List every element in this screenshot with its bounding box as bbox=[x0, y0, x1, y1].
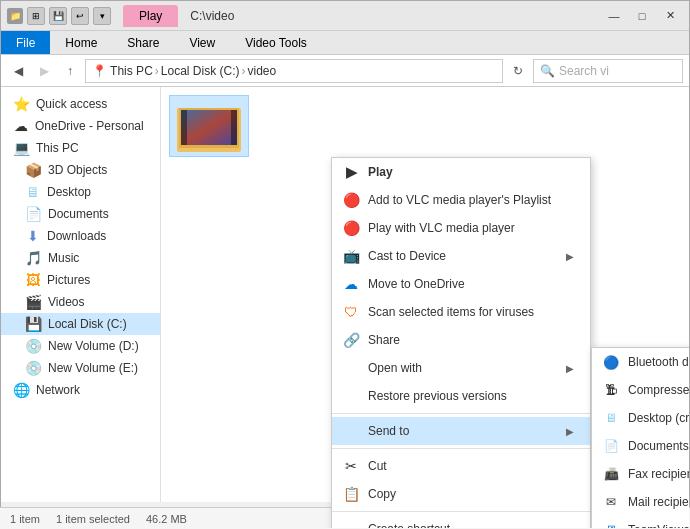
local-disk-label: Local Disk (C:) bbox=[48, 317, 127, 331]
cm-play-with-vlc[interactable]: 🔴 Play with VLC media player bbox=[332, 214, 590, 242]
window-controls: — □ ✕ bbox=[601, 6, 683, 26]
path-disk: Local Disk (C:) bbox=[161, 64, 240, 78]
cm-copy[interactable]: 📋 Copy bbox=[332, 480, 590, 508]
cm-play-vlc-label: Play with VLC media player bbox=[368, 221, 515, 235]
undo-btn[interactable]: ↩ bbox=[71, 7, 89, 25]
sm-bluetooth-icon: 🔵 bbox=[602, 353, 620, 371]
cm-create-shortcut[interactable]: Create shortcut bbox=[332, 515, 590, 529]
sm-desktop-shortcut[interactable]: 🖥 Desktop (create shortcut) bbox=[592, 404, 690, 432]
cm-onedrive-icon: ☁ bbox=[342, 275, 360, 293]
sm-fax[interactable]: 📠 Fax recipient bbox=[592, 460, 690, 488]
quick-access-btn[interactable]: ⊞ bbox=[27, 7, 45, 25]
sm-zip-icon: 🗜 bbox=[602, 381, 620, 399]
cm-add-to-vlc-playlist[interactable]: 🔴 Add to VLC media player's Playlist bbox=[332, 186, 590, 214]
this-pc-label: This PC bbox=[36, 141, 79, 155]
cm-share-icon: 🔗 bbox=[342, 331, 360, 349]
dropdown-btn[interactable]: ▾ bbox=[93, 7, 111, 25]
cm-vlc-icon-2: 🔴 bbox=[342, 219, 360, 237]
sidebar-item-local-disk[interactable]: 💾 Local Disk (C:) bbox=[1, 313, 160, 335]
minimize-button[interactable]: — bbox=[601, 6, 627, 26]
sm-compressed-folder[interactable]: 🗜 Compressed (zipped) folder bbox=[592, 376, 690, 404]
quick-access-label: Quick access bbox=[36, 97, 107, 111]
sm-bluetooth[interactable]: 🔵 Bluetooth device bbox=[592, 348, 690, 376]
refresh-button[interactable]: ↻ bbox=[507, 60, 529, 82]
sidebar-item-new-volume-e[interactable]: 💿 New Volume (E:) bbox=[1, 357, 160, 379]
cm-send-to-arrow: ▶ bbox=[566, 426, 574, 437]
cm-move-to-onedrive[interactable]: ☁ Move to OneDrive bbox=[332, 270, 590, 298]
sm-mail-label: Mail recipient bbox=[628, 495, 690, 509]
cm-restore-versions[interactable]: Restore previous versions bbox=[332, 382, 590, 410]
play-tab[interactable]: Play bbox=[123, 5, 178, 27]
sidebar-item-downloads[interactable]: ⬇ Downloads bbox=[1, 225, 160, 247]
folder-thumbnail bbox=[177, 100, 241, 152]
status-selected: 1 item selected bbox=[56, 513, 130, 525]
cm-divider-3 bbox=[332, 511, 590, 512]
address-path[interactable]: 📍 This PC › Local Disk (C:) › video bbox=[85, 59, 503, 83]
cm-restore-label: Restore previous versions bbox=[368, 389, 507, 403]
ribbon: File Home Share View Video Tools bbox=[1, 31, 689, 55]
sidebar-item-quick-access[interactable]: ⭐ Quick access bbox=[1, 93, 160, 115]
sidebar-item-3d-objects[interactable]: 📦 3D Objects bbox=[1, 159, 160, 181]
tab-video-tools[interactable]: Video Tools bbox=[230, 31, 322, 54]
cm-cast-to-device[interactable]: 📺 Cast to Device ▶ bbox=[332, 242, 590, 270]
maximize-button[interactable]: □ bbox=[629, 6, 655, 26]
network-label: Network bbox=[36, 383, 80, 397]
sidebar-item-pictures[interactable]: 🖼 Pictures bbox=[1, 269, 160, 291]
sm-mail[interactable]: ✉ Mail recipient bbox=[592, 488, 690, 516]
svg-rect-4 bbox=[181, 110, 237, 145]
address-bar: ◀ ▶ ↑ 📍 This PC › Local Disk (C:) › vide… bbox=[1, 55, 689, 87]
cm-cast-label: Cast to Device bbox=[368, 249, 446, 263]
search-box[interactable]: 🔍 Search vi bbox=[533, 59, 683, 83]
cm-share[interactable]: 🔗 Share bbox=[332, 326, 590, 354]
sidebar-item-desktop[interactable]: 🖥 Desktop bbox=[1, 181, 160, 203]
sidebar-item-videos[interactable]: 🎬 Videos bbox=[1, 291, 160, 313]
cm-cut[interactable]: ✂ Cut bbox=[332, 452, 590, 480]
sm-teamviewer[interactable]: 🖥 TeamViewer bbox=[592, 516, 690, 529]
onedrive-label: OneDrive - Personal bbox=[35, 119, 144, 133]
cm-share-label: Share bbox=[368, 333, 400, 347]
cm-open-with[interactable]: Open with ▶ bbox=[332, 354, 590, 382]
quick-access-icon: ⭐ bbox=[13, 96, 30, 112]
sidebar-item-documents[interactable]: 📄 Documents bbox=[1, 203, 160, 225]
downloads-label: Downloads bbox=[47, 229, 106, 243]
sm-bluetooth-label: Bluetooth device bbox=[628, 355, 690, 369]
save-btn[interactable]: 💾 bbox=[49, 7, 67, 25]
path-sep-1: › bbox=[155, 64, 159, 78]
new-volume-e-icon: 💿 bbox=[25, 360, 42, 376]
sm-documents[interactable]: 📄 Documents bbox=[592, 432, 690, 460]
forward-button[interactable]: ▶ bbox=[33, 60, 55, 82]
cm-play[interactable]: ▶ Play bbox=[332, 158, 590, 186]
sidebar-item-music[interactable]: 🎵 Music bbox=[1, 247, 160, 269]
tab-home[interactable]: Home bbox=[50, 31, 112, 54]
sidebar-item-network[interactable]: 🌐 Network bbox=[1, 379, 160, 401]
cm-play-icon: ▶ bbox=[342, 163, 360, 181]
desktop-icon: 🖥 bbox=[25, 184, 41, 200]
tab-share[interactable]: Share bbox=[112, 31, 174, 54]
cm-scan-virus[interactable]: 🛡 Scan selected items for viruses bbox=[332, 298, 590, 326]
local-disk-icon: 💾 bbox=[25, 316, 42, 332]
cm-open-with-label: Open with bbox=[368, 361, 422, 375]
back-button[interactable]: ◀ bbox=[7, 60, 29, 82]
new-volume-e-label: New Volume (E:) bbox=[48, 361, 138, 375]
tab-file[interactable]: File bbox=[1, 31, 50, 54]
search-icon: 🔍 bbox=[540, 64, 555, 78]
tab-view[interactable]: View bbox=[174, 31, 230, 54]
folder-item-video[interactable] bbox=[169, 95, 249, 157]
onedrive-icon: ☁ bbox=[13, 118, 29, 134]
sm-compressed-label: Compressed (zipped) folder bbox=[628, 383, 690, 397]
network-icon: 🌐 bbox=[13, 382, 30, 398]
cm-send-to[interactable]: Send to ▶ bbox=[332, 417, 590, 445]
status-items-count: 1 item bbox=[10, 513, 40, 525]
close-button[interactable]: ✕ bbox=[657, 6, 683, 26]
up-button[interactable]: ↑ bbox=[59, 60, 81, 82]
path-folder: video bbox=[247, 64, 276, 78]
main-content: ⭐ Quick access ☁ OneDrive - Personal 💻 T… bbox=[1, 87, 689, 502]
sidebar-item-new-volume-d[interactable]: 💿 New Volume (D:) bbox=[1, 335, 160, 357]
sidebar-item-onedrive[interactable]: ☁ OneDrive - Personal bbox=[1, 115, 160, 137]
new-volume-d-label: New Volume (D:) bbox=[48, 339, 139, 353]
file-area[interactable]: ▶ Play 🔴 Add to VLC media player's Playl… bbox=[161, 87, 689, 502]
music-icon: 🎵 bbox=[25, 250, 42, 266]
send-to-submenu: 🔵 Bluetooth device 🗜 Compressed (zipped)… bbox=[591, 347, 690, 529]
sidebar-item-this-pc[interactable]: 💻 This PC bbox=[1, 137, 160, 159]
window-title: C:\video bbox=[190, 9, 234, 23]
